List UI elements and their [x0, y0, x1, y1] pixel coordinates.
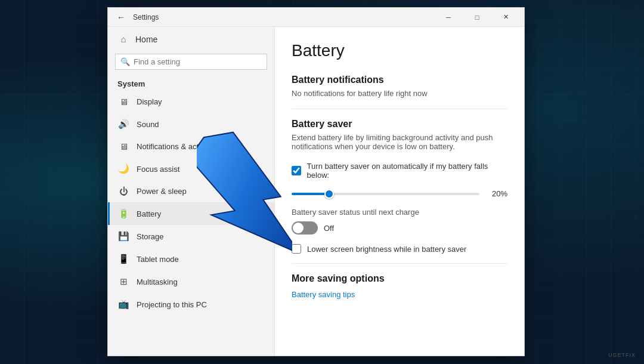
sound-icon: 🔊 — [117, 119, 129, 129]
slider-thumb[interactable] — [324, 189, 334, 199]
sidebar-item-display[interactable]: 🖥 Display — [108, 91, 274, 113]
focus-icon: 🌙 — [117, 164, 129, 174]
divider-1 — [292, 109, 507, 109]
sidebar-item-notifications[interactable]: 🖥 Notifications & actions — [108, 135, 274, 158]
auto-saver-row: Turn battery saver on automatically if m… — [292, 162, 507, 180]
tablet-label: Tablet mode — [137, 255, 179, 264]
multitasking-label: Multitasking — [137, 277, 178, 286]
saver-description: Extend battery life by limiting backgrou… — [292, 133, 507, 151]
sidebar-search-box: 🔍 — [115, 54, 267, 70]
slider-fill — [292, 193, 329, 195]
sidebar-section-title: System — [108, 75, 274, 91]
sidebar: ⌂ Home 🔍 System 🖥 Display 🔊 Sound 🖥 N — [108, 27, 275, 356]
sidebar-item-projecting[interactable]: 📺 Projecting to this PC — [108, 293, 274, 316]
window-title: Settings — [133, 13, 435, 21]
toggle-knob — [293, 223, 304, 233]
maximize-button[interactable]: □ — [463, 8, 491, 27]
window-body: ⌂ Home 🔍 System 🖥 Display 🔊 Sound 🖥 N — [108, 27, 524, 356]
title-bar: ← Settings ─ □ ✕ — [108, 8, 524, 27]
window-controls: ─ □ ✕ — [435, 8, 519, 27]
page-title: Battery — [292, 41, 507, 60]
toggle-row: Off — [292, 221, 507, 235]
sidebar-item-storage[interactable]: 💾 Storage — [108, 225, 274, 248]
display-icon: 🖥 — [117, 97, 129, 107]
power-icon: ⏻ — [117, 186, 129, 196]
toggle-section-title: Battery saver status until next charge — [292, 208, 507, 217]
toggle-label: Off — [324, 224, 334, 233]
close-button[interactable]: ✕ — [492, 8, 519, 27]
auto-saver-label: Turn battery saver on automatically if m… — [307, 162, 507, 180]
sidebar-item-home[interactable]: ⌂ Home — [108, 27, 274, 51]
storage-icon: 💾 — [117, 231, 129, 242]
battery-slider-container: 20% — [292, 189, 507, 198]
battery-saving-tips-link[interactable]: Battery saving tips — [292, 290, 507, 299]
multitasking-icon: ⊞ — [117, 276, 129, 287]
sidebar-item-power[interactable]: ⏻ Power & sleep — [108, 180, 274, 202]
battery-saver-toggle[interactable] — [292, 221, 318, 235]
back-button[interactable]: ← — [113, 9, 129, 26]
minimize-button[interactable]: ─ — [435, 8, 462, 27]
sidebar-item-multitasking[interactable]: ⊞ Multitasking — [108, 270, 274, 293]
display-label: Display — [137, 97, 162, 106]
sidebar-item-sound[interactable]: 🔊 Sound — [108, 113, 274, 135]
notifications-label: Notifications & actions — [137, 142, 213, 151]
search-input[interactable] — [134, 57, 262, 66]
sound-label: Sound — [137, 120, 159, 129]
saver-section-title: Battery saver — [292, 119, 507, 129]
focus-label: Focus assist — [137, 165, 179, 174]
brightness-label: Lower screen brightness while in battery… — [307, 245, 466, 254]
sidebar-item-tablet[interactable]: 📱 Tablet mode — [108, 248, 274, 270]
power-label: Power & sleep — [137, 187, 187, 196]
projecting-icon: 📺 — [117, 299, 129, 310]
settings-window: ← Settings ─ □ ✕ ⌂ Home 🔍 System — [107, 7, 525, 356]
search-icon: 🔍 — [120, 57, 130, 66]
notifications-section-title: Battery notifications — [292, 75, 507, 85]
auto-saver-checkbox[interactable] — [292, 166, 301, 175]
home-icon: ⌂ — [117, 34, 129, 44]
notifications-section-text: No notifications for battery life right … — [292, 89, 507, 98]
notifications-icon: 🖥 — [117, 141, 129, 152]
watermark-text: UGETFIX — [608, 352, 636, 358]
storage-label: Storage — [137, 232, 164, 241]
battery-slider-track[interactable] — [292, 193, 479, 195]
battery-label: Battery — [137, 209, 161, 218]
sidebar-item-battery[interactable]: 🔋 Battery — [108, 202, 274, 225]
more-section-title: More saving options — [292, 273, 507, 284]
brightness-row: Lower screen brightness while in battery… — [292, 244, 507, 254]
slider-value: 20% — [487, 189, 507, 198]
watermark: UGETFIX — [608, 352, 636, 358]
projecting-label: Projecting to this PC — [137, 300, 207, 309]
main-content: Battery Battery notifications No notific… — [275, 27, 524, 356]
battery-icon: 🔋 — [117, 208, 129, 219]
tablet-icon: 📱 — [117, 254, 129, 264]
home-label: Home — [135, 35, 157, 44]
brightness-checkbox[interactable] — [292, 244, 301, 254]
sidebar-item-focus[interactable]: 🌙 Focus assist — [108, 158, 274, 180]
divider-2 — [292, 263, 507, 264]
